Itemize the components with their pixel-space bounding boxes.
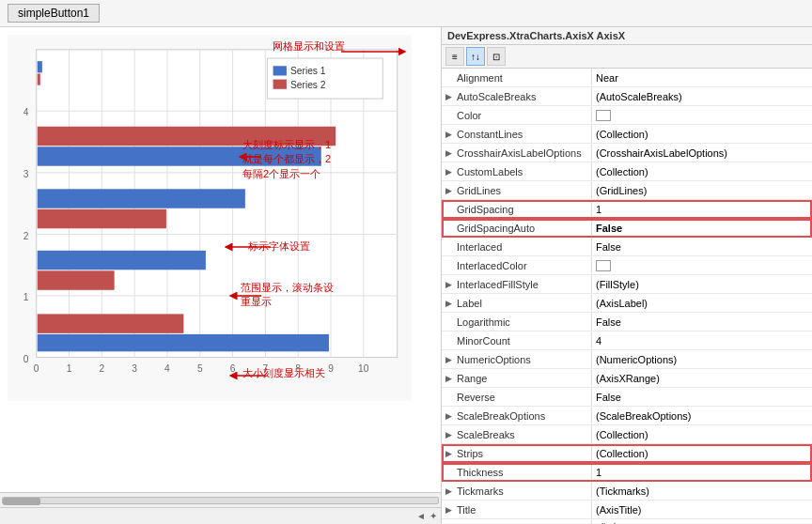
- props-table: Alignment Near ▶AutoScaleBreaks (AutoSca…: [442, 69, 812, 524]
- prop-name-interlacedcolor: InterlacedColor: [442, 256, 592, 274]
- svg-text:6: 6: [230, 363, 236, 374]
- prop-row-numericoptions[interactable]: ▶NumericOptions (NumericOptions): [442, 350, 812, 369]
- svg-rect-42: [267, 58, 383, 99]
- expand-icon-numericoptions[interactable]: ▶: [445, 355, 455, 364]
- expand-icon-tickmarks[interactable]: ▶: [445, 486, 455, 496]
- prop-row-customlabels[interactable]: ▶CustomLabels (Collection): [442, 162, 812, 181]
- prop-row-thickness[interactable]: Thickness 1: [442, 463, 812, 482]
- svg-rect-38: [38, 251, 206, 270]
- prop-name-scalebreakopt: ▶ScaleBreakOptions: [442, 407, 592, 424]
- prop-value-crosshair: (CrosshairAxisLabelOptions): [592, 144, 812, 162]
- expand-icon-scalebreakopt[interactable]: ▶: [445, 411, 455, 421]
- expand-icon-strips[interactable]: ▶: [445, 449, 455, 458]
- svg-rect-43: [273, 66, 287, 75]
- svg-rect-39: [38, 270, 115, 289]
- prop-name-gridspacing: GridSpacing: [442, 200, 592, 218]
- prop-row-gridspacingauto[interactable]: GridSpacingAuto False: [442, 219, 812, 238]
- svg-rect-32: [38, 61, 42, 72]
- prop-name-range: ▶Range: [442, 369, 592, 387]
- svg-text:2: 2: [99, 363, 104, 374]
- prop-value-interlaced: False: [592, 238, 812, 255]
- prop-row-crosshair[interactable]: ▶CrosshairAxisLabelOptions (CrosshairAxi…: [442, 144, 812, 162]
- prop-row-interlaced[interactable]: Interlaced False: [442, 238, 812, 256]
- expand-icon-interlacedfill[interactable]: ▶: [445, 280, 455, 289]
- prop-name-customlabels: ▶CustomLabels: [442, 162, 592, 180]
- scrollbar-track[interactable]: [2, 497, 439, 504]
- arrow-left-icon[interactable]: ◄: [416, 511, 426, 521]
- prop-row-alignment[interactable]: Alignment Near: [442, 69, 812, 87]
- svg-text:4: 4: [164, 363, 170, 374]
- expand-icon-constantlines[interactable]: ▶: [445, 130, 455, 139]
- prop-name-numericoptions: ▶NumericOptions: [442, 350, 592, 368]
- prop-name-interlacedfill: ▶InterlacedFillStyle: [442, 275, 592, 293]
- prop-value-tickmarks: (Tickmarks): [592, 482, 812, 500]
- prop-row-interlacedfill[interactable]: ▶InterlacedFillStyle (FillStyle): [442, 275, 812, 294]
- toolbar-categorize-btn[interactable]: ≡: [445, 47, 464, 66]
- chart-svg: 0 1 2 3 4 0 1 2 3 4 5 6 7 8 9 10: [8, 35, 412, 401]
- expand-icon-customlabels[interactable]: ▶: [445, 167, 455, 177]
- prop-name-gridspacingauto: GridSpacingAuto: [442, 219, 592, 237]
- prop-row-label[interactable]: ▶Label (AxisLabel): [442, 294, 812, 313]
- prop-row-scalebreaks[interactable]: ▶ScaleBreaks (Collection): [442, 425, 812, 444]
- prop-row-title[interactable]: ▶Title (AxisTitle): [442, 501, 812, 519]
- prop-row-visibilityinpanes[interactable]: ▶VisibilityInPanes (集合): [442, 519, 812, 524]
- prop-row-strips[interactable]: ▶Strips (Collection): [442, 444, 812, 463]
- bottom-scrollbar[interactable]: [0, 492, 441, 507]
- prop-value-label: (AxisLabel): [592, 294, 812, 312]
- panel-bottom: ◄ ✦: [0, 507, 441, 524]
- toolbar-alphabetic-btn[interactable]: ↑↓: [466, 47, 485, 66]
- expand-icon-crosshair[interactable]: ▶: [445, 148, 455, 158]
- svg-text:10: 10: [358, 363, 369, 374]
- expand-icon-label[interactable]: ▶: [445, 299, 455, 308]
- expand-icon-gridlines[interactable]: ▶: [445, 186, 455, 195]
- prop-row-scalebreakopt[interactable]: ▶ScaleBreakOptions (ScaleBreakOptions): [442, 407, 812, 425]
- prop-value-interlacedfill: (FillStyle): [592, 275, 812, 293]
- prop-row-gridlines[interactable]: ▶GridLines (GridLines): [442, 181, 812, 200]
- svg-text:2: 2: [23, 231, 29, 241]
- prop-value-title: (AxisTitle): [592, 501, 812, 518]
- prop-value-visibilityinpanes: (集合): [592, 519, 812, 524]
- svg-text:1: 1: [23, 292, 29, 302]
- prop-row-reverse[interactable]: Reverse False: [442, 388, 812, 407]
- prop-name-reverse: Reverse: [442, 388, 592, 406]
- expand-icon-scalebreaks[interactable]: ▶: [445, 430, 455, 439]
- prop-value-gridlines: (GridLines): [592, 181, 812, 199]
- prop-row-range[interactable]: ▶Range (AxisXRange): [442, 369, 812, 388]
- svg-rect-35: [38, 146, 321, 165]
- prop-row-interlacedcolor[interactable]: InterlacedColor: [442, 256, 812, 275]
- prop-row-minorcount[interactable]: MinorCount 4: [442, 331, 812, 350]
- right-panel: DevExpress.XtraCharts.AxisX AxisX ≡ ↑↓ ⊡…: [442, 27, 812, 524]
- prop-row-constantlines[interactable]: ▶ConstantLines (Collection): [442, 125, 812, 144]
- prop-name-alignment: Alignment: [442, 69, 592, 86]
- prop-value-color: [592, 106, 812, 124]
- prop-value-alignment: Near: [592, 69, 812, 86]
- prop-name-thickness: Thickness: [442, 463, 592, 481]
- prop-name-visibilityinpanes: ▶VisibilityInPanes: [442, 519, 592, 524]
- svg-text:8: 8: [295, 363, 301, 374]
- prop-value-autoscale: (AutoScaleBreaks): [592, 87, 812, 105]
- expand-icon-autoscale[interactable]: ▶: [445, 92, 455, 101]
- scrollbar-thumb[interactable]: [3, 498, 40, 505]
- prop-row-autoscale[interactable]: ▶AutoScaleBreaks (AutoScaleBreaks): [442, 87, 812, 106]
- prop-name-tickmarks: ▶Tickmarks: [442, 482, 592, 500]
- svg-text:1: 1: [67, 363, 72, 374]
- expand-icon-title[interactable]: ▶: [445, 505, 455, 515]
- svg-rect-36: [38, 189, 245, 208]
- svg-rect-37: [38, 209, 166, 228]
- prop-row-gridspacing[interactable]: GridSpacing 1: [442, 200, 812, 219]
- prop-row-tickmarks[interactable]: ▶Tickmarks (Tickmarks): [442, 482, 812, 501]
- prop-value-thickness: 1: [592, 463, 812, 481]
- svg-rect-40: [38, 314, 184, 332]
- svg-rect-34: [38, 127, 336, 146]
- prop-row-color[interactable]: Color: [442, 106, 812, 125]
- prop-name-strips: ▶Strips: [442, 444, 592, 462]
- pin-icon[interactable]: ✦: [429, 511, 437, 521]
- toolbar-properties-btn[interactable]: ⊡: [487, 47, 506, 66]
- prop-row-logarithmic[interactable]: Logarithmic False: [442, 313, 812, 331]
- left-panel: 0 1 2 3 4 0 1 2 3 4 5 6 7 8 9 10: [0, 27, 442, 524]
- main-content: 0 1 2 3 4 0 1 2 3 4 5 6 7 8 9 10: [0, 27, 812, 524]
- simple-button[interactable]: simpleButton1: [8, 4, 100, 23]
- svg-text:Series 1: Series 1: [290, 66, 326, 76]
- expand-icon-range[interactable]: ▶: [445, 374, 455, 383]
- prop-name-scalebreaks: ▶ScaleBreaks: [442, 425, 592, 443]
